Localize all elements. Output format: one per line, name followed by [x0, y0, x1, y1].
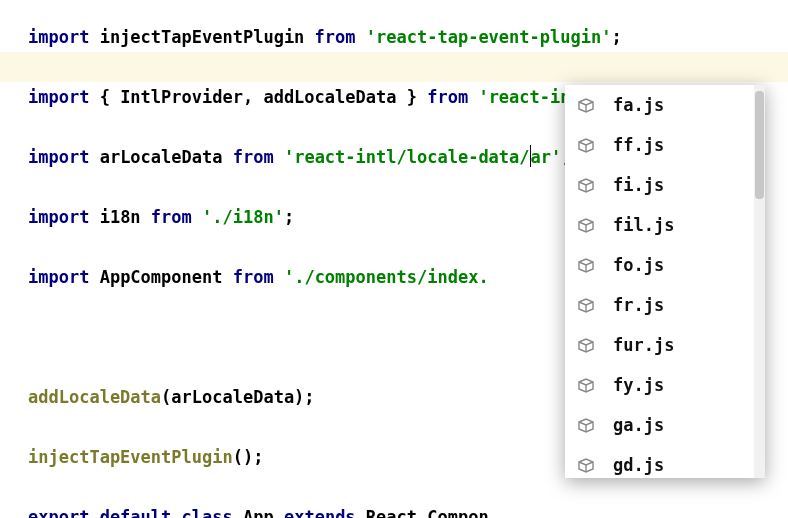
module-icon [577, 96, 595, 114]
popup-scrollbar-thumb[interactable] [755, 91, 764, 199]
autocomplete-label: fa.js [613, 90, 664, 120]
autocomplete-label: fil.js [613, 210, 674, 240]
module-icon [577, 416, 595, 434]
code-line[interactable] [28, 322, 622, 352]
code-line[interactable]: import { IntlProvider, addLocaleData } f… [28, 82, 622, 112]
module-icon [577, 176, 595, 194]
autocomplete-label: gd.js [613, 450, 664, 478]
module-icon [577, 256, 595, 274]
popup-scrollbar[interactable] [754, 85, 765, 478]
module-icon [577, 456, 595, 474]
autocomplete-item[interactable]: fy.js [565, 365, 765, 405]
autocomplete-item[interactable]: fo.js [565, 245, 765, 285]
autocomplete-label: fy.js [613, 370, 664, 400]
autocomplete-label: fi.js [613, 170, 664, 200]
autocomplete-label: ff.js [613, 130, 664, 160]
code-line[interactable]: import arLocaleData from 'react-intl/loc… [28, 142, 622, 172]
autocomplete-label: fr.js [613, 290, 664, 320]
module-icon [577, 136, 595, 154]
autocomplete-item[interactable]: ga.js [565, 405, 765, 445]
code-line[interactable]: injectTapEventPlugin(); [28, 442, 622, 472]
code-line[interactable]: export default class App extends React.C… [28, 502, 622, 518]
code-line[interactable]: addLocaleData(arLocaleData); [28, 382, 622, 412]
autocomplete-label: fo.js [613, 250, 664, 280]
autocomplete-item[interactable]: gd.js [565, 445, 765, 478]
code-line[interactable]: import i18n from './i18n'; [28, 202, 622, 232]
autocomplete-label: ga.js [613, 410, 664, 440]
code-line[interactable]: import injectTapEventPlugin from 'react-… [28, 22, 622, 52]
autocomplete-item[interactable]: ff.js [565, 125, 765, 165]
autocomplete-popup: fa.js ff.js fi.js fil.js fo.js fr.js fur… [565, 85, 765, 478]
text-cursor [530, 145, 531, 167]
code-line[interactable]: import AppComponent from './components/i… [28, 262, 622, 292]
autocomplete-item[interactable]: fil.js [565, 205, 765, 245]
autocomplete-item[interactable]: fur.js [565, 325, 765, 365]
autocomplete-item[interactable]: fa.js [565, 85, 765, 125]
autocomplete-item[interactable]: fr.js [565, 285, 765, 325]
module-icon [577, 296, 595, 314]
code-editor[interactable]: import injectTapEventPlugin from 'react-… [28, 0, 622, 518]
module-icon [577, 216, 595, 234]
module-icon [577, 376, 595, 394]
autocomplete-label: fur.js [613, 330, 674, 360]
autocomplete-item[interactable]: fi.js [565, 165, 765, 205]
module-icon [577, 336, 595, 354]
